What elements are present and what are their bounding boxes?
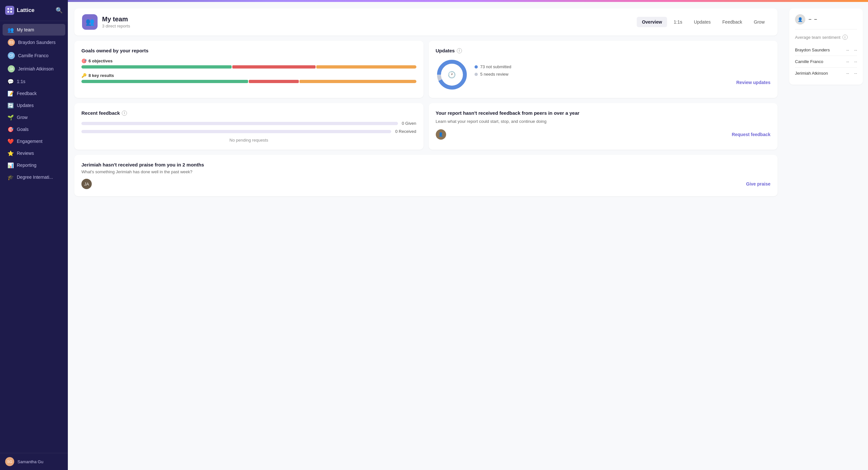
engagement-icon: ❤️ [8,138,13,144]
logo-text: Lattice [17,7,35,13]
sidebar-item-my-team[interactable]: 👥 My team [3,24,65,35]
donut-chart-wrapper: 🕐 [436,59,468,91]
objectives-icon: 🎯 [82,59,87,63]
objectives-section: 🎯 6 objectives [82,59,416,68]
sidebar-item-updates[interactable]: 🔄 Updates [3,99,65,111]
header-tabs: Overview 1:1s Updates Feedback Grow [637,17,770,27]
goals-card: Goals owned by your reports 🎯 6 objectiv… [74,41,424,98]
page-header: 👥 My team 3 direct reports Overview 1:1s… [74,8,778,35]
sentiment-header: 👤 – – [795,14,857,29]
sidebar-header: Lattice 🔍 [0,0,68,21]
sidebar-item-label: Updates [17,103,34,108]
updates-legend: 73 not submitted 5 needs review Review u… [474,64,771,85]
avatar-jerimiah: JA [8,65,15,72]
objectives-seg-2 [232,65,316,68]
tab-grow[interactable]: Grow [749,17,770,27]
objectives-count: 6 objectives [89,59,113,63]
right-panel: 👤 – – Average team sentiment i Braydon S… [784,2,868,470]
tab-updates[interactable]: Updates [689,17,716,27]
sentiment-name-camille: Camille Franco [795,59,823,64]
sidebar-item-jerimiah[interactable]: JA Jerimiah Atkinson [3,62,65,75]
objectives-progress-bar [82,65,416,68]
reporting-icon: 📊 [8,162,13,168]
peer-report-avatar: 👤 [436,129,446,140]
feedback-card: Recent feedback i 0 Given 0 Received [74,103,424,150]
sentiment-label: Average team sentiment i [795,35,857,40]
avatar-braydon: BS [8,39,15,46]
sidebar-item-feedback[interactable]: 📝 Feedback [3,88,65,99]
give-praise-link[interactable]: Give praise [746,181,771,186]
sidebar-item-reporting[interactable]: 📊 Reporting [3,159,65,171]
updates-card: Updates i [429,41,778,98]
sidebar: Lattice 🔍 👥 My team BS Braydon Saunders … [0,0,68,470]
goals-icon: 🎯 [8,126,13,132]
key-results-label: 🔑 8 key results [82,73,416,78]
logo-icon [5,6,14,15]
page-header-left: 👥 My team 3 direct reports [82,14,130,30]
peer-feedback-desc: Learn what your report could start, stop… [436,118,771,125]
sidebar-item-grow[interactable]: 🌱 Grow [3,112,65,123]
peer-feedback-footer: 👤 Request feedback [436,129,771,140]
goals-card-title: Goals owned by your reports [82,48,416,53]
sidebar-item-label: Grow [17,115,27,120]
objectives-seg-1 [82,65,231,68]
key-results-seg-3 [300,80,416,83]
key-results-section: 🔑 8 key results [82,73,416,83]
sentiment-info-icon[interactable]: i [842,35,848,40]
sentiment-row-jerimiah: Jerimiah Atkinson -- -- [795,67,857,79]
team-icon: 👥 [8,27,13,33]
footer-user-name: Samantha Gu [18,459,43,464]
content-area: 👥 My team 3 direct reports Overview 1:1s… [68,2,784,470]
feedback-received-count: 0 Received [395,129,416,134]
dot-needs-review [474,73,478,76]
legend-not-submitted: 73 not submitted [474,64,771,69]
objectives-label: 🎯 6 objectives [82,59,416,63]
request-feedback-link[interactable]: Request feedback [732,132,770,137]
updates-info-icon[interactable]: i [457,48,462,53]
key-results-progress-bar [82,80,416,83]
updates-card-title: Updates i [436,48,771,53]
sidebar-item-label: My team [17,27,34,32]
sidebar-item-degree[interactable]: 🎓 Degree Internati... [3,171,65,183]
sidebar-item-braydon[interactable]: BS Braydon Saunders [3,36,65,49]
sentiment-row-camille: Camille Franco -- -- [795,56,857,67]
svg-rect-3 [10,11,12,12]
footer-user-avatar: SG [5,457,14,466]
sidebar-item-goals[interactable]: 🎯 Goals [3,123,65,135]
page-title: My team [102,16,130,23]
feedback-info-icon[interactable]: i [122,111,127,116]
sidebar-item-1on1s[interactable]: 💬 1:1s [3,76,65,87]
objectives-seg-3 [316,65,416,68]
sidebar-item-camille[interactable]: CF Camille Franco [3,49,65,62]
second-cards-grid: Recent feedback i 0 Given 0 Received [74,103,778,150]
tab-feedback[interactable]: Feedback [717,17,747,27]
sidebar-item-engagement[interactable]: ❤️ Engagement [3,136,65,147]
tab-1on1s[interactable]: 1:1s [669,17,687,27]
feedback-given-row: 0 Given [82,121,416,126]
page-subtitle: 3 direct reports [102,24,130,28]
tab-overview[interactable]: Overview [637,17,667,27]
donut-center-icon: 🕐 [448,71,456,79]
key-results-seg-1 [82,80,248,83]
sidebar-item-label: Jerimiah Atkinson [18,66,54,71]
peer-feedback-card: Your report hasn't received feedback fro… [429,103,778,150]
degree-icon: 🎓 [8,174,13,180]
sidebar-item-label: 1:1s [17,79,25,84]
peer-feedback-title: Your report hasn't received feedback fro… [436,110,771,116]
praise-desc: What's something Jerimiah has done well … [82,169,770,174]
team-icon-box: 👥 [82,14,98,30]
review-updates-link[interactable]: Review updates [474,80,771,85]
sidebar-item-label: Braydon Saunders [18,40,56,45]
praise-card: Jerimiah hasn't received praise from you… [74,155,778,196]
avatar-camille: CF [8,52,15,59]
feedback-card-title: Recent feedback i [82,110,416,116]
sidebar-item-label: Camille Franco [18,53,49,58]
sentiment-card: 👤 – – Average team sentiment i Braydon S… [789,8,863,85]
sidebar-item-reviews[interactable]: ⭐ Reviews [3,147,65,159]
legend-needs-review: 5 needs review [474,72,771,77]
sidebar-item-label: Goals [17,127,29,132]
search-button[interactable]: 🔍 [56,7,63,14]
sentiment-score1-braydon: -- [846,48,849,52]
sentiment-name-jerimiah: Jerimiah Atkinson [795,71,828,76]
legend-needs-review-label: 5 needs review [480,72,508,77]
